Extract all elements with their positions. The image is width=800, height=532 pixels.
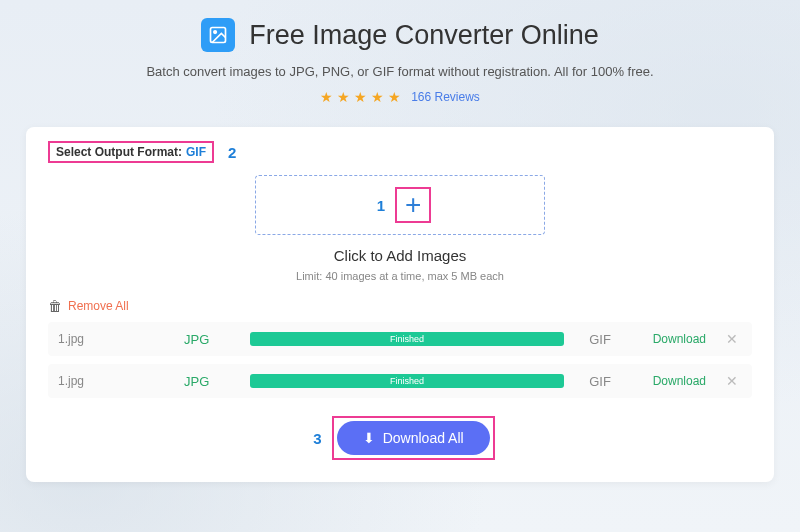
page-title: Free Image Converter Online bbox=[249, 20, 599, 51]
download-link[interactable]: Download bbox=[636, 374, 706, 388]
target-format: GIF bbox=[580, 374, 620, 389]
download-all-label: Download All bbox=[383, 430, 464, 446]
page-header: Free Image Converter Online Batch conver… bbox=[0, 0, 800, 113]
file-row: 1.jpg JPG Finished GIF Download ✕ bbox=[48, 322, 752, 356]
limit-text: Limit: 40 images at a time, max 5 MB eac… bbox=[48, 270, 752, 282]
star-icon: ★ bbox=[388, 89, 401, 105]
filename: 1.jpg bbox=[58, 332, 168, 346]
download-all-row: 3 ⬇ Download All bbox=[48, 416, 752, 460]
trash-icon: 🗑 bbox=[48, 298, 62, 314]
output-format-selector[interactable]: Select Output Format: GIF bbox=[48, 141, 214, 163]
dropzone[interactable]: 1 + bbox=[255, 175, 545, 235]
converter-card: Select Output Format: GIF 2 1 + Click to… bbox=[26, 127, 774, 482]
title-row: Free Image Converter Online bbox=[0, 18, 800, 52]
step-3-marker: 3 bbox=[313, 430, 321, 447]
add-images-button[interactable]: + bbox=[395, 187, 431, 223]
star-icon: ★ bbox=[371, 89, 384, 105]
step-2-marker: 2 bbox=[228, 144, 236, 161]
target-format: GIF bbox=[580, 332, 620, 347]
download-icon: ⬇ bbox=[363, 430, 375, 446]
format-value: GIF bbox=[186, 145, 206, 159]
reviews-link[interactable]: 166 Reviews bbox=[411, 90, 480, 104]
page-subtitle: Batch convert images to JPG, PNG, or GIF… bbox=[0, 64, 800, 79]
star-icon: ★ bbox=[354, 89, 367, 105]
progress-bar: Finished bbox=[250, 332, 564, 346]
star-icon: ★ bbox=[320, 89, 333, 105]
app-logo-icon bbox=[201, 18, 235, 52]
progress-status: Finished bbox=[390, 334, 424, 344]
remove-file-icon[interactable]: ✕ bbox=[722, 331, 742, 347]
source-format: JPG bbox=[184, 332, 234, 347]
format-label: Select Output Format: bbox=[56, 145, 182, 159]
remove-all-label: Remove All bbox=[68, 299, 129, 313]
download-all-highlight: ⬇ Download All bbox=[332, 416, 495, 460]
progress-status: Finished bbox=[390, 376, 424, 386]
remove-all-button[interactable]: 🗑 Remove All bbox=[48, 298, 752, 314]
remove-file-icon[interactable]: ✕ bbox=[722, 373, 742, 389]
plus-icon: + bbox=[405, 191, 421, 219]
rating-row: ★ ★ ★ ★ ★ 166 Reviews bbox=[0, 89, 800, 105]
step-1-marker: 1 bbox=[377, 197, 385, 214]
svg-point-1 bbox=[214, 31, 217, 33]
star-icon: ★ bbox=[337, 89, 350, 105]
download-link[interactable]: Download bbox=[636, 332, 706, 346]
source-format: JPG bbox=[184, 374, 234, 389]
download-all-button[interactable]: ⬇ Download All bbox=[337, 421, 490, 455]
filename: 1.jpg bbox=[58, 374, 168, 388]
file-row: 1.jpg JPG Finished GIF Download ✕ bbox=[48, 364, 752, 398]
progress-bar: Finished bbox=[250, 374, 564, 388]
output-format-row: Select Output Format: GIF 2 bbox=[48, 141, 752, 163]
add-images-text: Click to Add Images bbox=[48, 247, 752, 264]
